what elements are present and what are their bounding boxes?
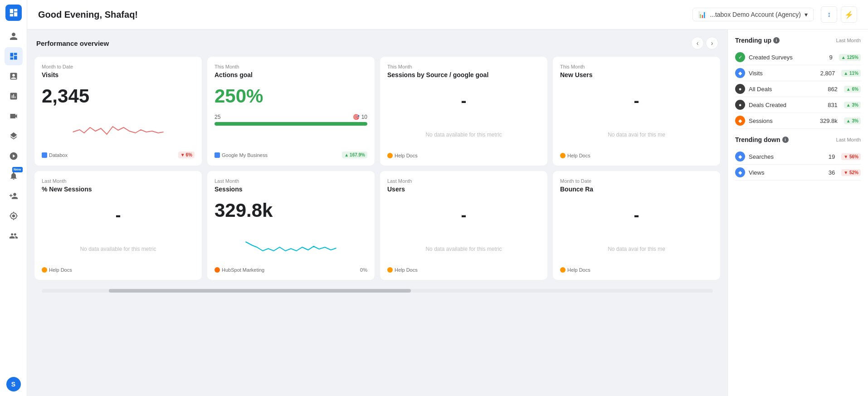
sidebar-item-video[interactable] — [5, 107, 23, 125]
trending-item-deals-created: ● Deals Created 831 ▲ 3% — [735, 97, 861, 113]
dashboard-main: Performance overview ‹ › Month to Date V… — [27, 29, 727, 396]
horizontal-scrollbar[interactable] — [34, 285, 720, 293]
sidebar-item-dashboard[interactable] — [5, 47, 23, 65]
card-pct-new-sessions: Last Month % New Sessions - No data avai… — [34, 171, 202, 280]
sidebar-item-numbers[interactable] — [5, 67, 23, 85]
card-period: Last Month — [42, 178, 195, 184]
source-label: Help Docs — [567, 267, 590, 273]
trending-item-name: Created Surveys — [749, 54, 826, 61]
card-dash: - — [387, 205, 540, 225]
card-period: This Month — [387, 64, 540, 69]
sidebar-item-target[interactable] — [5, 147, 23, 165]
cards-row-2: Last Month % New Sessions - No data avai… — [34, 171, 720, 280]
progress-bar-fill — [215, 122, 367, 126]
page-title: Good Evening, Shafaq! — [38, 10, 685, 20]
sessions-sparkline — [215, 228, 367, 255]
nav-arrows: ‹ › — [691, 37, 718, 49]
card-title: Visits — [42, 71, 195, 78]
scrollbar-track — [42, 289, 713, 293]
performance-overview-header: Performance overview ‹ › — [27, 29, 727, 53]
no-data-text: No data available for this metric — [425, 237, 502, 261]
account-icon: 📊 — [698, 11, 706, 18]
last-month-label: Last Month — [836, 137, 861, 142]
trending-item-value: 831 — [828, 102, 838, 108]
sessions-icon: ◆ — [735, 116, 745, 126]
card-footer: Help Docs — [560, 153, 713, 158]
sidebar-item-user-profile[interactable] — [5, 27, 23, 45]
sidebar-item-add-user[interactable] — [5, 187, 23, 205]
all-deals-icon: ● — [735, 84, 745, 94]
trending-item-value: 19 — [829, 153, 835, 160]
progress-section: 25 🎯 10 — [215, 114, 367, 126]
card-period: Last Month — [215, 178, 367, 184]
source-label: HubSpot Marketing — [222, 267, 264, 273]
trending-item-value: 862 — [828, 86, 838, 93]
card-title: Bounce Ra — [560, 186, 713, 193]
change-badge: ▲ 167.9% — [342, 152, 367, 158]
visits-icon: ◆ — [735, 68, 745, 78]
views-icon: ◆ — [735, 167, 745, 177]
trending-up-title: Trending up i — [735, 37, 780, 44]
trending-item-value: 329.8k — [820, 117, 838, 124]
source-label: Help Docs — [567, 153, 590, 158]
trending-badge: ▲ 125% — [839, 54, 861, 61]
trending-item-value: 9 — [829, 54, 833, 61]
card-dash: - — [42, 205, 195, 225]
card-footer: Help Docs — [560, 267, 713, 273]
card-title: Sessions by Source / google goal — [387, 71, 540, 78]
no-data-text: No data available for this metric — [80, 237, 156, 261]
content-area: Performance overview ‹ › Month to Date V… — [27, 29, 868, 396]
card-value: 250% — [215, 86, 367, 107]
source-label: Help Docs — [49, 267, 72, 273]
trending-item-visits: ◆ Visits 2,807 ▲ 11% — [735, 65, 861, 81]
progress-row: 25 🎯 10 — [215, 114, 367, 120]
card-period: Month to Date — [42, 64, 195, 69]
prev-arrow[interactable]: ‹ — [691, 37, 704, 49]
sidebar-item-reports[interactable] — [5, 87, 23, 105]
card-source: Help Docs — [560, 153, 590, 158]
trending-badge: ▲ 3% — [844, 102, 861, 108]
card-sessions: Last Month Sessions 329.8k HubSpot Marke… — [207, 171, 375, 280]
trending-item-created-surveys: ✓ Created Surveys 9 ▲ 125% — [735, 49, 861, 65]
card-source: HubSpot Marketing — [215, 267, 264, 273]
card-footer: HubSpot Marketing 0% — [215, 267, 367, 273]
sidebar-item-team[interactable] — [5, 227, 23, 245]
next-arrow[interactable]: › — [706, 37, 718, 49]
card-period: This Month — [215, 64, 367, 69]
trending-item-all-deals: ● All Deals 862 ▲ 6% — [735, 81, 861, 97]
created-surveys-icon: ✓ — [735, 52, 745, 62]
progress-current: 25 — [215, 114, 220, 120]
sidebar-item-layers[interactable] — [5, 127, 23, 145]
sort-icon-button[interactable]: ↕ — [821, 6, 837, 23]
card-footer: Databox ▼ 6% — [42, 152, 195, 158]
card-source: Help Docs — [387, 267, 418, 273]
info-icon[interactable]: i — [773, 37, 780, 44]
trending-item-name: Searches — [749, 153, 825, 160]
chevron-down-icon: ▾ — [805, 11, 808, 18]
right-sidebar: Trending up i Last Month ✓ Created Surve… — [727, 29, 868, 396]
sidebar-item-settings[interactable] — [5, 207, 23, 225]
account-selector[interactable]: 📊 ...tabox Demo Account (Agency) ▾ — [692, 8, 814, 21]
card-source: Help Docs — [42, 267, 72, 273]
app-logo[interactable] — [5, 5, 22, 21]
trending-item-views: ◆ Views 36 ▼ 52% — [735, 165, 861, 181]
main-content: Good Evening, Shafaq! 📊 ...tabox Demo Ac… — [27, 0, 868, 396]
source-label: Databox — [49, 152, 68, 158]
card-dash: - — [560, 91, 713, 110]
card-period: Last Month — [387, 178, 540, 184]
card-value: 329.8k — [215, 200, 367, 221]
trending-down-title: Trending down i — [735, 136, 789, 143]
trending-badge: ▲ 11% — [841, 70, 861, 77]
user-avatar[interactable]: S — [6, 377, 21, 391]
card-title: Sessions — [215, 186, 367, 193]
last-month-label: Last Month — [836, 38, 861, 43]
card-source: Help Docs — [387, 153, 418, 158]
deals-created-icon: ● — [735, 100, 745, 110]
change-badge: 0% — [360, 267, 367, 273]
cards-row-1: Month to Date Visits 2,345 Databox ▼ 6% — [34, 57, 720, 166]
info-icon[interactable]: i — [782, 137, 789, 143]
sidebar-item-notifications[interactable]: New — [5, 167, 23, 185]
pulse-icon-button[interactable]: ⚡ — [841, 6, 857, 23]
card-new-users: This Month New Users - No data avai for … — [553, 57, 720, 166]
trending-item-name: Deals Created — [749, 102, 824, 108]
